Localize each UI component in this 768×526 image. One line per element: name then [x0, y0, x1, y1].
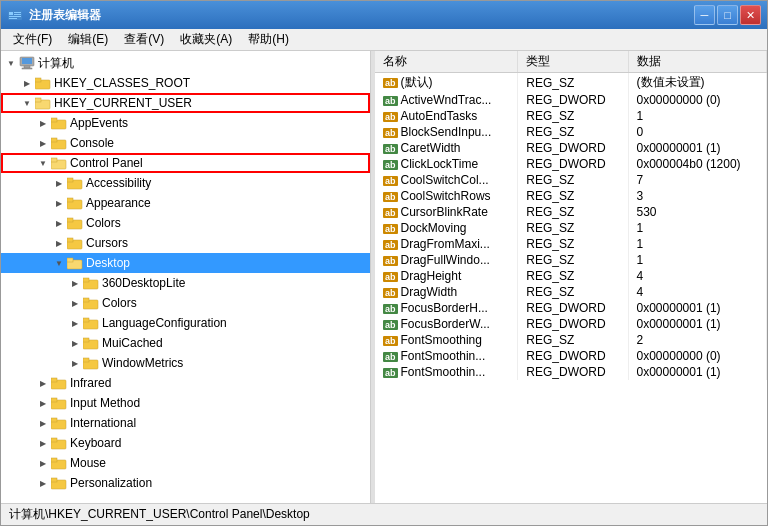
expand-icon[interactable]: ▶	[35, 415, 51, 431]
svg-rect-45	[51, 418, 57, 422]
svg-rect-33	[83, 298, 89, 302]
folder-icon	[51, 396, 70, 411]
expand-icon[interactable]: ▶	[35, 455, 51, 471]
cell-data: 0x000004b0 (1200)	[628, 156, 766, 172]
tree-node-colors2[interactable]: ▶ Colors	[1, 293, 370, 313]
type-badge: ab	[383, 144, 398, 154]
expand-icon[interactable]: ▶	[67, 355, 83, 371]
type-badge: ab	[383, 336, 398, 346]
tree-node-colors[interactable]: ▶ Colors	[1, 213, 370, 233]
cell-type: REG_DWORD	[518, 348, 628, 364]
tree-node-appearance[interactable]: ▶ Appearance	[1, 193, 370, 213]
table-row[interactable]: abCaretWidthREG_DWORD0x00000001 (1)	[375, 140, 767, 156]
expand-icon[interactable]: ▶	[67, 275, 83, 291]
expand-icon[interactable]: ▶	[35, 435, 51, 451]
cell-name: abFocusBorderH...	[375, 300, 518, 316]
table-row[interactable]: abCursorBlinkRateREG_SZ530	[375, 204, 767, 220]
tree-node-keyboard[interactable]: ▶ Keyboard	[1, 433, 370, 453]
tree-node-inputmethod[interactable]: ▶ Input Method	[1, 393, 370, 413]
expand-icon[interactable]: ▶	[19, 75, 35, 91]
type-badge: ab	[383, 272, 398, 282]
expand-icon[interactable]: ▶	[35, 395, 51, 411]
expand-icon[interactable]: ▶	[51, 215, 67, 231]
tree-node-windowmetrics[interactable]: ▶ WindowMetrics	[1, 353, 370, 373]
menu-item[interactable]: 帮助(H)	[240, 29, 297, 50]
tree-node-label: LanguageConfiguration	[102, 316, 227, 330]
expand-icon[interactable]: ▶	[35, 475, 51, 491]
expand-icon[interactable]: ▶	[35, 135, 51, 151]
maximize-button[interactable]: □	[717, 5, 738, 25]
expand-icon[interactable]: ▼	[19, 95, 35, 111]
svg-rect-37	[83, 338, 89, 342]
cell-type: REG_DWORD	[518, 156, 628, 172]
table-row[interactable]: abCoolSwitchRowsREG_SZ3	[375, 188, 767, 204]
cell-type: REG_DWORD	[518, 92, 628, 108]
tree-node-cursors[interactable]: ▶ Cursors	[1, 233, 370, 253]
tree-node-hkcu[interactable]: ▼ HKEY_CURRENT_USER	[1, 93, 370, 113]
expand-icon[interactable]: ▶	[51, 195, 67, 211]
expand-icon[interactable]: ▶	[67, 315, 83, 331]
tree-node-label: 计算机	[38, 55, 74, 72]
expand-icon[interactable]: ▶	[51, 175, 67, 191]
tree-node-appevents[interactable]: ▶ AppEvents	[1, 113, 370, 133]
menu-item[interactable]: 文件(F)	[5, 29, 60, 50]
expand-icon[interactable]: ▶	[51, 235, 67, 251]
tree-node-computer[interactable]: ▼ 计算机	[1, 53, 370, 73]
tree-node-personalization[interactable]: ▶ Personalization	[1, 473, 370, 493]
table-row[interactable]: abFontSmoothingREG_SZ2	[375, 332, 767, 348]
tree-node-hkcr[interactable]: ▶ HKEY_CLASSES_ROOT	[1, 73, 370, 93]
tree-node-controlpanel[interactable]: ▼ Control Panel	[1, 153, 370, 173]
tree-node-international[interactable]: ▶ International	[1, 413, 370, 433]
table-row[interactable]: ab(默认)REG_SZ(数值未设置)	[375, 73, 767, 93]
table-row[interactable]: abActiveWndTrac...REG_DWORD0x00000000 (0…	[375, 92, 767, 108]
table-row[interactable]: abDockMovingREG_SZ1	[375, 220, 767, 236]
menu-item[interactable]: 编辑(E)	[60, 29, 116, 50]
title-bar: 注册表编辑器 ─ □ ✕	[1, 1, 767, 29]
tree-node-muicached[interactable]: ▶ MuiCached	[1, 333, 370, 353]
cell-type: REG_SZ	[518, 236, 628, 252]
table-row[interactable]: abDragFullWindo...REG_SZ1	[375, 252, 767, 268]
expand-icon[interactable]: ▼	[35, 155, 51, 171]
table-row[interactable]: abFocusBorderW...REG_DWORD0x00000001 (1)	[375, 316, 767, 332]
close-button[interactable]: ✕	[740, 5, 761, 25]
table-row[interactable]: abCoolSwitchCol...REG_SZ7	[375, 172, 767, 188]
minimize-button[interactable]: ─	[694, 5, 715, 25]
expand-icon[interactable]: ▼	[3, 55, 19, 71]
tree-node-languagecfg[interactable]: ▶ LanguageConfiguration	[1, 313, 370, 333]
svg-rect-17	[51, 138, 57, 142]
tree-panel[interactable]: ▼ 计算机▶ HKEY_CLASSES_ROOT▼ HKEY_CURRENT_U…	[1, 51, 371, 503]
table-row[interactable]: abFontSmoothin...REG_DWORD0x00000000 (0)	[375, 348, 767, 364]
table-row[interactable]: abDragHeightREG_SZ4	[375, 268, 767, 284]
folder-icon	[83, 296, 102, 311]
expand-icon[interactable]: ▶	[35, 375, 51, 391]
table-row[interactable]: abFocusBorderH...REG_DWORD0x00000001 (1)	[375, 300, 767, 316]
detail-panel[interactable]: 名称 类型 数据 ab(默认)REG_SZ(数值未设置)abActiveWndT…	[375, 51, 767, 503]
type-badge: ab	[383, 78, 398, 88]
window-title: 注册表编辑器	[29, 7, 101, 24]
table-row[interactable]: abFontSmoothin...REG_DWORD0x00000001 (1)	[375, 364, 767, 380]
svg-rect-51	[51, 478, 57, 482]
folder-icon	[35, 76, 54, 91]
table-row[interactable]: abClickLockTimeREG_DWORD0x000004b0 (1200…	[375, 156, 767, 172]
tree-node-label: HKEY_CLASSES_ROOT	[54, 76, 190, 90]
expand-icon[interactable]: ▶	[67, 335, 83, 351]
expand-icon[interactable]: ▶	[35, 115, 51, 131]
tree-node-infrared[interactable]: ▶ Infrared	[1, 373, 370, 393]
table-row[interactable]: abDragFromMaxi...REG_SZ1	[375, 236, 767, 252]
tree-node-mouse[interactable]: ▶ Mouse	[1, 453, 370, 473]
table-row[interactable]: abBlockSendInpu...REG_SZ0	[375, 124, 767, 140]
table-row[interactable]: abDragWidthREG_SZ4	[375, 284, 767, 300]
expand-icon[interactable]: ▶	[67, 295, 83, 311]
menu-item[interactable]: 收藏夹(A)	[172, 29, 240, 50]
svg-rect-7	[22, 58, 32, 64]
tree-node-console[interactable]: ▶ Console	[1, 133, 370, 153]
expand-icon[interactable]: ▼	[51, 255, 67, 271]
cell-data: 1	[628, 252, 766, 268]
tree-node-360desktoplite[interactable]: ▶ 360DesktopLite	[1, 273, 370, 293]
menu-item[interactable]: 查看(V)	[116, 29, 172, 50]
tree-node-desktop[interactable]: ▼ Desktop	[1, 253, 370, 273]
table-row[interactable]: abAutoEndTasksREG_SZ1	[375, 108, 767, 124]
tree-node-accessibility[interactable]: ▶ Accessibility	[1, 173, 370, 193]
folder-icon	[83, 336, 102, 351]
cell-type: REG_SZ	[518, 188, 628, 204]
